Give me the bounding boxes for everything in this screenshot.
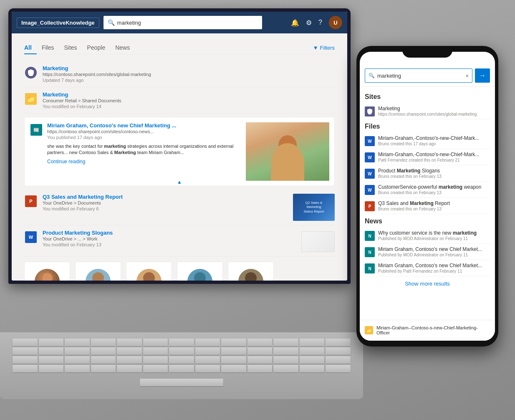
person-miriam[interactable]: Miriam Graham DIRECTOR: [126, 262, 172, 281]
laptop-keyboard: // Inline mini script to render keys for…: [0, 332, 363, 399]
q3-title[interactable]: Q3 Sales and Marketing Report: [43, 194, 288, 200]
search-bar[interactable]: 🔍: [104, 16, 262, 29]
product-meta: You modified on February 13: [43, 242, 296, 247]
phone-news-2-content: Miriam Graham, Contoso's new Chief Marke…: [378, 246, 490, 257]
continue-reading-link[interactable]: Continue reading: [47, 159, 241, 164]
shield-icon: [25, 67, 37, 78]
tab-all[interactable]: All: [24, 42, 37, 54]
folder-icon: 📁: [24, 92, 38, 106]
avatar-grady: [238, 269, 263, 281]
q3-meta: You modified on February 6: [43, 206, 288, 211]
phone-file-1-content: Miriam-Graham,-Contoso's-new-Chief-Mark.…: [378, 135, 490, 146]
phone-news-1[interactable]: N Why customer service is the new market…: [365, 228, 490, 244]
result-url: https://contoso.sharepoint.com/sites/glo…: [43, 72, 335, 77]
phone-news-2-meta: Published by MOD Administrator on Februa…: [378, 253, 490, 257]
phone-bottom-title: Miriam-Graham--Contoso-s-new-Chief-Marke…: [376, 325, 490, 335]
person-megan[interactable]: Megan Bowen MARKETING MANGER: [24, 262, 70, 281]
phone-word-icon-2: W: [365, 152, 375, 162]
app-title: Image_CollectiveKnowledge: [17, 18, 99, 28]
tab-people[interactable]: People: [82, 42, 111, 54]
result-content: Marketing https://contoso.sharepoint.com…: [43, 65, 335, 83]
phone-file-2-content: Miriam-Graham,-Contoso's-new-Chief-Mark.…: [378, 152, 490, 162]
phone-ppt-icon: P: [365, 201, 375, 211]
laptop-screen: Image_CollectiveKnowledge 🔍 🔔 ⚙ ? U All: [12, 12, 347, 281]
product-title[interactable]: Product Marketing Slogans: [43, 230, 296, 236]
phone-news-3-meta: Published by Patti Fernandez on February…: [378, 269, 490, 273]
ppt-icon-visual: P: [25, 195, 37, 207]
person-grady[interactable]: Grady Archie SENIOR DESIGNER: [228, 262, 274, 281]
phone-file-5-title: Q3 Sales and Marketing Report: [378, 200, 490, 206]
marketing-thumbnail: [301, 231, 335, 252]
phone-bottom-content: Miriam-Graham--Contoso-s-new-Chief-Marke…: [376, 325, 490, 335]
help-icon[interactable]: ?: [318, 19, 322, 26]
tab-news[interactable]: News: [110, 42, 135, 54]
phone-search-input[interactable]: 🔍 marketing ×: [365, 68, 472, 83]
phone-file-5-meta: Bruno created this on February 13: [378, 207, 490, 211]
avatar-alex: [86, 269, 111, 281]
phone-file-1[interactable]: W Miriam-Graham,-Contoso's-new-Chief-Mar…: [365, 133, 490, 149]
folder-result-title[interactable]: Marketing: [43, 91, 335, 98]
folder-breadcrumb: Consumer Retail > Shared Documents: [43, 98, 335, 103]
phone-file-4[interactable]: W CustomerService-powerful marketing wea…: [365, 182, 490, 198]
article-result: 📰 Miriam Graham, Contoso's new Chief Mar…: [24, 117, 335, 186]
q3-thumbnail: Q2 Sales &MarketingStatus Report: [293, 194, 335, 221]
scene: Image_CollectiveKnowledge 🔍 🔔 ⚙ ? U All: [0, 0, 515, 420]
q3-breadcrumb: Your OneDrive > Documents: [43, 200, 288, 205]
result-content-folder: Marketing Consumer Retail > Shared Docum…: [43, 91, 335, 109]
phone-site-url: https://contoso.sharepoint.com/sites/glo…: [378, 112, 490, 116]
tab-sites[interactable]: Sites: [59, 42, 82, 54]
phone-file-3[interactable]: W Product Marketing Slogans Bruno create…: [365, 165, 490, 182]
show-more-results-button[interactable]: Show more results: [365, 276, 490, 291]
search-icon: 🔍: [108, 19, 115, 26]
phone-news-icon-1: N: [365, 231, 375, 241]
phone-bottom-item-1[interactable]: 📁 Miriam-Graham--Contoso-s-new-Chief-Mar…: [365, 323, 490, 338]
filter-icon: ▼: [313, 45, 318, 51]
phone-shield-icon: [365, 106, 375, 116]
phone-news-2[interactable]: N Miriam Graham, Contoso's new Chief Mar…: [365, 244, 490, 260]
folder-icon-visual: 📁: [25, 93, 37, 105]
folder-meta: You modified on February 14: [43, 104, 335, 109]
phone-news-1-content: Why customer service is the new marketin…: [378, 230, 490, 241]
tab-files[interactable]: Files: [37, 42, 59, 54]
article-title[interactable]: Miriam Graham, Contoso's new Chief Marke…: [47, 122, 241, 129]
phone-file-3-meta: Bruno created this on February 13: [378, 174, 490, 179]
phone-file-1-title: Miriam-Graham,-Contoso's-new-Chief-Mark.…: [378, 135, 490, 141]
result-product-marketing: W Product Marketing Slogans Your OneDriv…: [24, 225, 335, 257]
result-meta: Updated 7 days ago: [43, 78, 335, 83]
phone-file-5[interactable]: P Q3 Sales and Marketing Report Bruno cr…: [365, 198, 490, 214]
phone-word-icon-1: W: [365, 136, 375, 146]
phone-news-3[interactable]: N Miriam Graham, Contoso's new Chief Mar…: [365, 260, 490, 276]
news-icon-visual: 📰: [30, 124, 42, 136]
bell-icon[interactable]: 🔔: [291, 19, 299, 27]
svg-rect-2: [271, 164, 304, 181]
person-alex[interactable]: Alex Wilber MARKETING ASSISTANT: [75, 262, 121, 281]
avatar-megan: [35, 269, 60, 281]
phone-clear-button[interactable]: ×: [465, 73, 469, 79]
phone-file-2-meta: Patti Fernandez created this on February…: [378, 158, 490, 162]
phone-site-marketing[interactable]: Marketing https://contoso.sharepoint.com…: [365, 103, 490, 119]
avatar[interactable]: U: [329, 16, 342, 29]
phone-file-3-title: Product Marketing Slogans: [378, 168, 490, 174]
settings-icon[interactable]: ⚙: [306, 19, 312, 27]
article-description: she was the key contact for marketing st…: [47, 143, 241, 156]
phone-search-go-button[interactable]: →: [475, 68, 490, 83]
collapse-button[interactable]: ▲: [177, 177, 182, 187]
avatar-miriam: [136, 269, 162, 281]
phone-folder-icon: 📁: [365, 326, 373, 334]
product-breadcrumb: Your OneDrive > ... > Work: [43, 236, 296, 241]
person-debra[interactable]: Debra Berger ADMINISTRATIVE ASSISTANT: [177, 262, 223, 281]
search-input[interactable]: [117, 20, 258, 26]
result-marketing-site: Marketing https://contoso.sharepoint.com…: [24, 61, 335, 87]
phone-site-title: Marketing: [378, 106, 490, 111]
result-title[interactable]: Marketing: [43, 65, 335, 71]
filters-button[interactable]: ▼ Filters: [313, 45, 335, 51]
filter-tabs: All Files Sites People News ▼ Filters: [24, 42, 335, 54]
phone-section-news: News: [365, 218, 490, 225]
top-nav: Image_CollectiveKnowledge 🔍 🔔 ⚙ ? U: [12, 12, 347, 33]
phone-word-icon-3: W: [365, 169, 375, 179]
phone-file-4-meta: Bruno created this on February 13: [378, 190, 490, 195]
phone-news-icon-2: N: [365, 247, 375, 257]
nav-icons: 🔔 ⚙ ? U: [291, 16, 342, 29]
phone-file-2[interactable]: W Miriam-Graham,-Contoso's-new-Chief-Mar…: [365, 149, 490, 165]
phone-file-4-title: CustomerService-powerful marketing weapo…: [378, 184, 490, 190]
